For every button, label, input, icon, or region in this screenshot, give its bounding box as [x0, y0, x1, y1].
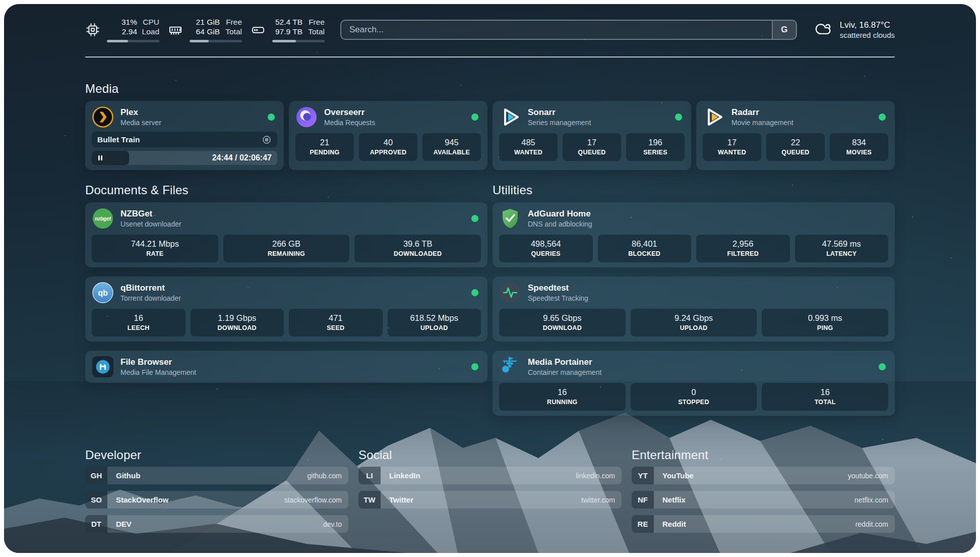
bookmark-name: Github [116, 471, 140, 480]
cpu-stat-widget: 31%CPU 2.94Load [85, 17, 159, 42]
section-title-developer: Developer [85, 448, 348, 462]
disk-progress-bar [272, 40, 325, 42]
dashboard-page: 31%CPU 2.94Load 21 GiBFree 64 GiBTotal [4, 4, 976, 553]
card-adguard-home[interactable]: AdGuard Home DNS and adblocking 498,564Q… [493, 202, 895, 267]
filebrowser-logo-icon [92, 356, 114, 378]
bookmark-url: linkedin.com [576, 472, 615, 480]
bookmark-name: DEV [116, 520, 132, 528]
stat-box: 498,564QUERIES [499, 235, 593, 262]
card-overseerr[interactable]: Overseerr Media Requests 21PENDING 40APP… [289, 101, 487, 170]
section-title-media: Media [85, 82, 895, 96]
ram-total-label: Total [220, 27, 242, 36]
app-title: File Browser [120, 357, 196, 367]
stat-box: 744.21 MbpsRATE [92, 235, 218, 262]
now-playing-title: Bullet Train [97, 135, 140, 144]
bookmark-reddit[interactable]: RE Reddit reddit.com [632, 515, 895, 533]
stat-box: 1.19 GbpsDOWNLOAD [191, 309, 284, 337]
bookmark-youtube[interactable]: YT YouTube youtube.com [632, 467, 895, 484]
app-title: Speedtest [528, 283, 588, 293]
card-radarr[interactable]: Radarr Movie management 17WANTED 22QUEUE… [696, 101, 895, 170]
app-subtitle: Torrent downloader [120, 294, 181, 303]
app-subtitle: Media server [120, 119, 161, 127]
bookmark-name: YouTube [662, 471, 694, 480]
status-dot-online [471, 215, 478, 222]
stat-box: 266 GBREMAINING [223, 235, 350, 262]
stat-box: 16TOTAL [762, 383, 888, 411]
section-title-documents: Documents & Files [85, 183, 487, 197]
stat-box: 2,956FILTERED [696, 235, 790, 262]
status-dot-online [879, 363, 886, 370]
bookmark-stackoverflow[interactable]: SO StackOverflow stackoverflow.com [85, 491, 348, 509]
bookmark-abbr: LI [358, 467, 381, 484]
session-camera-icon[interactable] [262, 135, 272, 145]
ram-free-value: 21 GiB [190, 17, 220, 27]
bookmark-url: twitter.com [581, 496, 615, 504]
app-title: AdGuard Home [528, 208, 592, 219]
status-dot-online [471, 289, 478, 296]
search-bar: G [340, 20, 797, 40]
card-filebrowser[interactable]: File Browser Media File Management [85, 351, 487, 383]
card-sonarr[interactable]: Sonarr Series management 485WANTED 17QUE… [493, 101, 691, 170]
app-title: Media Portainer [528, 357, 601, 367]
app-subtitle: DNS and adblocking [528, 220, 592, 229]
cpu-progress-bar [107, 40, 159, 42]
player-progress [92, 151, 129, 165]
disk-stat-widget: 52.4 TBFree 97.9 TBTotal [251, 17, 325, 42]
memory-icon [168, 22, 183, 37]
header-divider [85, 57, 895, 58]
bookmark-group-developer: Developer GH Github github.com SO StackO… [85, 448, 348, 533]
app-title: qBittorrent [120, 283, 181, 293]
bookmark-name: LinkedIn [389, 471, 420, 480]
disk-total-value: 97.9 TB [272, 27, 302, 36]
ram-progress-bar [190, 40, 242, 42]
app-title: Radarr [731, 107, 793, 118]
plex-logo-icon [92, 106, 114, 128]
bookmark-linkedin[interactable]: LI LinkedIn linkedin.com [358, 467, 622, 484]
stat-box: 471SEED [289, 309, 383, 337]
stat-box: 16RUNNING [499, 383, 626, 411]
qbittorrent-logo-icon: qb [92, 282, 114, 304]
card-nzbget[interactable]: nzbget NZBGet Usenet downloader 744.21 M… [85, 202, 487, 267]
search-input[interactable] [341, 21, 772, 39]
plex-player-bar: 24:44 / 02:06:47 [92, 151, 277, 165]
status-dot-online [471, 363, 478, 370]
stat-box: 834MOVIES [830, 133, 888, 161]
app-title: Sonarr [528, 107, 591, 118]
cloud-icon [813, 20, 833, 39]
cpu-usage-label: CPU [137, 17, 159, 27]
bookmark-abbr: TW [358, 491, 381, 509]
pause-icon[interactable] [97, 155, 103, 161]
card-media-portainer[interactable]: Media Portainer Container management 16R… [493, 351, 895, 416]
stat-box: 0STOPPED [631, 383, 757, 411]
cpu-load-value: 2.94 [107, 27, 137, 36]
app-subtitle: Usenet downloader [120, 220, 181, 229]
stat-box: 17WANTED [703, 133, 761, 161]
stat-box: 39.6 TBDOWNLOADED [354, 235, 481, 262]
bookmark-group-social: Social LI LinkedIn linkedin.com TW Twitt… [358, 448, 622, 533]
app-subtitle: Speedtest Tracking [528, 294, 588, 303]
bookmark-twitter[interactable]: TW Twitter twitter.com [358, 491, 622, 509]
disk-icon [251, 22, 266, 37]
card-plex[interactable]: Plex Media server Bullet Train [85, 101, 284, 170]
bookmark-group-entertainment: Entertainment YT YouTube youtube.com NF … [632, 448, 895, 533]
stat-box: 40APPROVED [359, 133, 417, 161]
section-title-entertainment: Entertainment [632, 448, 895, 462]
app-title: NZBGet [120, 208, 181, 219]
weather-condition: scattered clouds [840, 30, 895, 40]
app-subtitle: Container management [528, 368, 601, 377]
disk-free-value: 52.4 TB [272, 17, 302, 27]
bookmark-abbr: SO [85, 491, 107, 509]
bookmark-github[interactable]: GH Github github.com [85, 467, 348, 484]
google-search-button[interactable]: G [772, 21, 796, 39]
bookmark-dev[interactable]: DT DEV dev.to [85, 515, 348, 533]
card-speedtest[interactable]: Speedtest Speedtest Tracking 9.65 GbpsDO… [493, 276, 895, 342]
app-subtitle: Movie management [731, 119, 793, 127]
stat-box: 21PENDING [295, 133, 354, 161]
app-subtitle: Media File Management [120, 368, 196, 377]
bookmark-name: Reddit [662, 520, 686, 528]
weather-widget: Lviv, 16.87°C scattered clouds [813, 20, 895, 40]
card-qbittorrent[interactable]: qb qBittorrent Torrent downloader 16LEEC… [85, 276, 487, 342]
stat-box: 86,401BLOCKED [598, 235, 692, 262]
bookmark-netflix[interactable]: NF Netflix netflix.com [632, 491, 895, 509]
svg-text:qb: qb [98, 289, 108, 297]
